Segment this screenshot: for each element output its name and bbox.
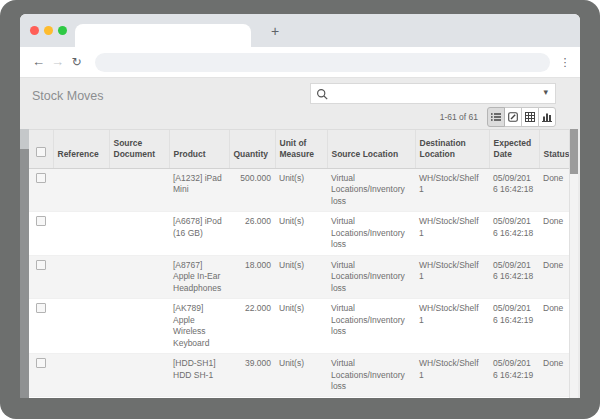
cell-status: Done (539, 299, 569, 354)
grid-view-button[interactable] (521, 107, 539, 127)
cell-quantity: 500.000 (229, 168, 275, 211)
new-tab-button[interactable]: + (264, 20, 286, 42)
cell-destination-location: WH/Stock/Shelf 1 (415, 212, 489, 255)
table-row[interactable]: [HDD-SH1] HDD SH-1 39.000 Unit(s) Virtua… (29, 354, 569, 397)
cell-unit-of-measure: Unit(s) (275, 354, 327, 397)
list-icon (491, 112, 501, 122)
cell-source-location: Virtual Locations/Inventory loss (327, 255, 415, 298)
graph-view-button[interactable] (538, 107, 556, 127)
column-header-expected-date[interactable]: Expected Date (489, 130, 539, 168)
form-view-button[interactable] (504, 107, 522, 127)
browser-toolbar: ← → ↻ ⋮ (20, 47, 580, 77)
row-checkbox[interactable] (36, 260, 46, 270)
cell-reference (53, 299, 109, 354)
column-header-quantity[interactable]: Quantity (229, 130, 275, 168)
table-scrollbar[interactable] (569, 129, 578, 398)
grid-icon (525, 112, 535, 122)
cell-destination-location: WH/Stock/Shelf 1 (415, 299, 489, 354)
cell-source-location: Virtual Locations/Inventory loss (327, 354, 415, 397)
browser-window-frame: + ← → ↻ ⋮ Stock Moves ▾ 1-61 of 61 (0, 0, 600, 419)
row-checkbox[interactable] (36, 358, 46, 368)
refresh-icon[interactable]: ↻ (67, 47, 86, 77)
maximize-window-button[interactable] (58, 26, 67, 35)
browser-tab[interactable] (75, 24, 251, 47)
cell-destination-location: WH/Stock/Shelf 1 (415, 354, 489, 397)
row-checkbox[interactable] (36, 303, 46, 313)
cell-reference (53, 212, 109, 255)
cell-source-location: Virtual Locations/Inventory loss (327, 299, 415, 354)
back-icon[interactable]: ← (29, 47, 48, 77)
cell-product: [A1232] iPad Mini (169, 168, 229, 211)
cell-quantity: 18.000 (229, 255, 275, 298)
cell-status: Done (539, 212, 569, 255)
cell-destination-location: WH/Stock/Shelf 1 (415, 255, 489, 298)
cell-source-document (109, 168, 169, 211)
stock-moves-table: Reference Source Document Product Quanti… (29, 129, 569, 398)
cell-product: [A8767] Apple In-Ear Headphones (169, 255, 229, 298)
search-icon (316, 88, 329, 101)
cell-status: Done (539, 397, 569, 398)
cell-quantity: 39.000 (229, 354, 275, 397)
forward-icon[interactable]: → (48, 47, 67, 77)
cell-quantity: 22.000 (229, 299, 275, 354)
cell-unit-of-measure: Unit(s) (275, 299, 327, 354)
column-header-destination-location[interactable]: Destination Location (415, 130, 489, 168)
cell-destination-location: WH/Stock/Shelf 1 (415, 168, 489, 211)
cell-source-document (109, 397, 169, 398)
column-header-status[interactable]: Status (539, 130, 569, 168)
column-header-unit-of-measure[interactable]: Unit of Measure (275, 130, 327, 168)
search-input[interactable]: ▾ (310, 83, 556, 104)
table-row[interactable]: [AK789] Apple Wireless Keyboard 22.000 U… (29, 299, 569, 354)
table-header-row: Reference Source Document Product Quanti… (29, 130, 569, 168)
page-title: Stock Moves (32, 89, 104, 103)
cell-unit-of-measure: Unit(s) (275, 255, 327, 298)
browser-window: + ← → ↻ ⋮ Stock Moves ▾ 1-61 of 61 (20, 14, 580, 398)
minimize-window-button[interactable] (44, 26, 53, 35)
column-header-product[interactable]: Product (169, 130, 229, 168)
cell-unit-of-measure: Unit(s) (275, 212, 327, 255)
cell-reference (53, 397, 109, 398)
row-checkbox[interactable] (36, 216, 46, 226)
cell-product: [HDD-SH1] HDD SH-1 (169, 354, 229, 397)
browser-tab-strip: + (20, 14, 580, 47)
cell-product: [AK789] Apple Wireless Keyboard (169, 299, 229, 354)
address-bar[interactable] (95, 53, 550, 72)
column-header-source-location[interactable]: Source Location (327, 130, 415, 168)
cell-reference (53, 255, 109, 298)
table-scrollbar-thumb[interactable] (570, 129, 578, 174)
cell-destination-location: WH/Stock/Shelf 1 (415, 397, 489, 398)
cell-reference (53, 168, 109, 211)
cell-quantity: 26.000 (229, 212, 275, 255)
column-header-source-document[interactable]: Source Document (109, 130, 169, 168)
cell-expected-date: 05/09/2016 16:42:19 (489, 397, 539, 398)
table-row[interactable]: [A6678] iPod (16 GB) 26.000 Unit(s) Virt… (29, 212, 569, 255)
search-dropdown-caret-icon[interactable]: ▾ (543, 87, 548, 97)
cell-status: Done (539, 255, 569, 298)
table-row[interactable]: [A8767] Apple In-Ear Headphones 18.000 U… (29, 255, 569, 298)
cell-expected-date: 05/09/2016 16:42:18 (489, 255, 539, 298)
cell-expected-date: 05/09/2016 16:42:18 (489, 168, 539, 211)
row-checkbox[interactable] (36, 173, 46, 183)
left-scrollbar-thumb[interactable] (20, 129, 29, 149)
form-pencil-icon (508, 112, 518, 122)
cell-source-document (109, 299, 169, 354)
cell-status: Done (539, 168, 569, 211)
view-switcher (487, 107, 556, 127)
close-window-button[interactable] (30, 26, 39, 35)
select-all-checkbox[interactable] (36, 147, 46, 157)
cell-source-document (109, 354, 169, 397)
table-row[interactable]: [A1232] iPad Mini 500.000 Unit(s) Virtua… (29, 168, 569, 211)
cell-quantity: 45.000 (229, 397, 275, 398)
bar-chart-icon (542, 112, 552, 122)
table-row[interactable]: [HDD-SH2] HDD SH-2 45.000 Unit(s) Virtua… (29, 397, 569, 398)
column-header-reference[interactable]: Reference (53, 130, 109, 168)
cell-product: [HDD-SH2] HDD SH-2 (169, 397, 229, 398)
left-panel-scrollbar[interactable] (20, 129, 29, 398)
cell-source-location: Virtual Locations/Inventory loss (327, 212, 415, 255)
list-view-button[interactable] (487, 107, 505, 127)
cell-expected-date: 05/09/2016 16:42:19 (489, 354, 539, 397)
cell-source-location: Virtual Locations/Inventory loss (327, 397, 415, 398)
cell-unit-of-measure: Unit(s) (275, 397, 327, 398)
browser-menu-icon[interactable]: ⋮ (559, 47, 571, 77)
cell-unit-of-measure: Unit(s) (275, 168, 327, 211)
